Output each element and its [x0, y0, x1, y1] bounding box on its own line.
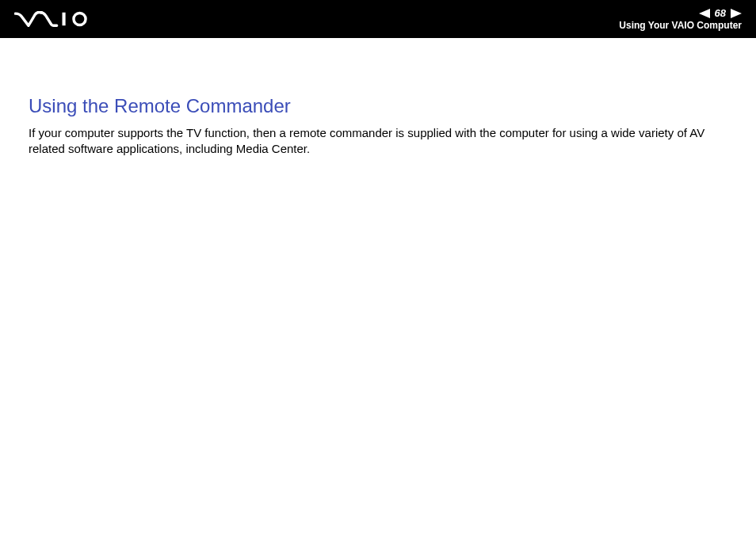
svg-marker-3	[731, 9, 742, 18]
page-content: Using the Remote Commander If your compu…	[0, 38, 756, 158]
next-page-arrow-icon[interactable]	[731, 9, 742, 18]
body-paragraph: If your computer supports the TV functio…	[29, 125, 727, 158]
vaio-logo	[14, 0, 101, 38]
page-header: 68 Using Your VAIO Computer	[0, 0, 756, 38]
svg-rect-0	[63, 13, 66, 26]
section-heading: Using the Remote Commander	[29, 95, 727, 117]
prev-page-arrow-icon[interactable]	[699, 9, 710, 18]
svg-marker-2	[699, 9, 710, 18]
header-right: 68 Using Your VAIO Computer	[619, 0, 742, 38]
svg-point-1	[74, 13, 86, 25]
page-navigation: 68	[699, 7, 742, 19]
section-name: Using Your VAIO Computer	[619, 20, 742, 31]
page-number: 68	[715, 7, 726, 19]
